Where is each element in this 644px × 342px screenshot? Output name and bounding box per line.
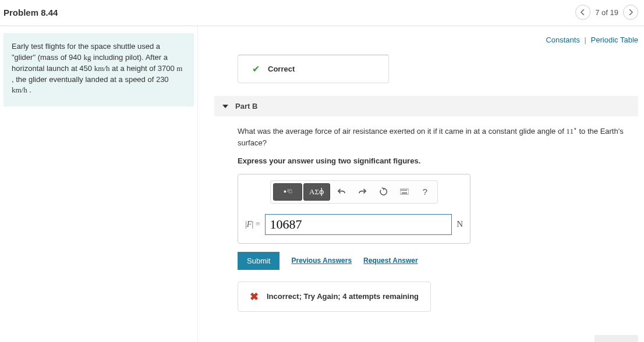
- svg-text:x: x: [286, 190, 288, 193]
- equation-toolbar: x ΑΣϕ: [270, 180, 438, 204]
- question-fragment: What was the average force of air resist…: [238, 127, 566, 136]
- svg-rect-4: [402, 190, 403, 191]
- footer: Provide Feedback Next: [214, 335, 638, 342]
- submit-button[interactable]: Submit: [238, 252, 279, 270]
- input-row: |F| = N: [238, 209, 470, 243]
- unit-kg: kg: [83, 53, 91, 62]
- toolbar-row: x ΑΣϕ: [238, 174, 470, 209]
- previous-answers-link[interactable]: Previous Answers: [291, 256, 352, 265]
- unit-kmh: km/h: [12, 86, 27, 94]
- redo-button[interactable]: [352, 183, 372, 201]
- answer-input[interactable]: [265, 214, 452, 235]
- x-icon: ✖: [250, 290, 259, 303]
- svg-rect-7: [406, 190, 407, 191]
- nav-group: 7 of 19: [575, 5, 638, 20]
- unit-kmh: km/h: [94, 64, 110, 73]
- request-answer-link[interactable]: Request Answer: [363, 256, 418, 265]
- template-icon: x: [284, 187, 292, 196]
- undo-icon: [337, 187, 346, 196]
- greek-button[interactable]: ΑΣϕ: [303, 183, 330, 201]
- answer-box: x ΑΣϕ: [238, 174, 470, 244]
- problem-text: at a height of 3700: [109, 64, 176, 73]
- svg-rect-2: [400, 189, 409, 194]
- chevron-left-icon: [580, 9, 586, 15]
- svg-rect-3: [401, 190, 402, 191]
- undo-button[interactable]: [331, 183, 351, 201]
- chevron-right-icon: [628, 9, 634, 15]
- svg-rect-5: [404, 190, 405, 191]
- separator: |: [585, 35, 586, 44]
- reset-icon: [379, 187, 388, 196]
- problem-text: , the glider eventually landed at a spee…: [12, 75, 169, 84]
- main: Early test flights for the space shuttle…: [0, 26, 644, 342]
- part-b-header[interactable]: Part B: [214, 96, 638, 116]
- incorrect-status: ✖ Incorrect; Try Again; 4 attempts remai…: [238, 282, 431, 312]
- correct-label: Correct: [268, 65, 295, 73]
- svg-rect-6: [405, 190, 406, 191]
- variable-label: |F| =: [245, 220, 260, 229]
- redo-icon: [358, 187, 367, 196]
- left-column: Early test flights for the space shuttle…: [0, 26, 198, 342]
- svg-rect-0: [284, 191, 285, 193]
- incorrect-label: Incorrect; Try Again; 4 attempts remaini…: [267, 292, 419, 301]
- prev-problem-button[interactable]: [575, 5, 590, 20]
- instruction-text: Express your answer using two significan…: [238, 155, 638, 167]
- part-b-label: Part B: [235, 102, 257, 111]
- angle-value: 11: [566, 127, 574, 136]
- problem-text: .: [27, 86, 31, 94]
- reset-button[interactable]: [373, 183, 393, 201]
- unit-label: N: [457, 219, 463, 229]
- next-problem-button[interactable]: [623, 5, 638, 20]
- part-b-body: What was the average force of air resist…: [214, 116, 638, 312]
- header: Problem 8.44 7 of 19: [0, 0, 644, 26]
- unit-m: m: [176, 64, 182, 73]
- action-row: Submit Previous Answers Request Answer: [238, 252, 638, 270]
- page-title: Problem 8.44: [3, 8, 58, 17]
- periodic-table-link[interactable]: Periodic Table: [591, 35, 638, 44]
- question-text: What was the average force of air resist…: [238, 126, 638, 148]
- problem-statement: Early test flights for the space shuttle…: [3, 33, 194, 106]
- templates-button[interactable]: x: [273, 183, 302, 201]
- keyboard-button[interactable]: [394, 183, 414, 201]
- right-column: Constants | Periodic Table ✔ Correct Par…: [198, 26, 644, 342]
- next-button[interactable]: Next: [595, 335, 638, 342]
- part-a-status: ✔ Correct: [238, 55, 389, 83]
- svg-rect-8: [402, 193, 407, 194]
- keyboard-icon: [400, 187, 409, 196]
- reference-links: Constants | Periodic Table: [214, 32, 638, 55]
- constants-link[interactable]: Constants: [546, 35, 580, 44]
- page-counter: 7 of 19: [595, 8, 618, 17]
- check-icon: ✔: [252, 63, 260, 74]
- caret-down-icon: [222, 105, 228, 108]
- help-button[interactable]: ?: [415, 183, 435, 201]
